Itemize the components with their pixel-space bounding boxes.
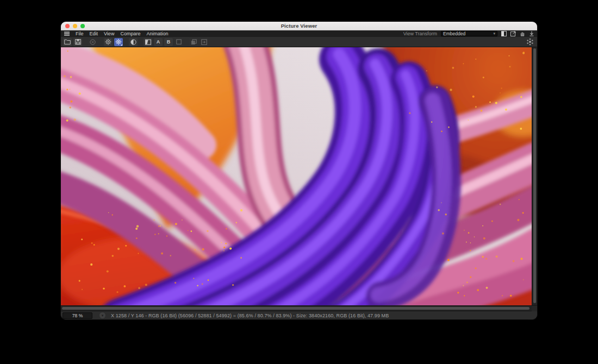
save-image-button[interactable] (73, 38, 82, 46)
abstract-render-artwork (61, 47, 532, 305)
filter-settings-button[interactable] (104, 38, 113, 46)
open-file-button[interactable] (63, 38, 72, 46)
copy-image-button (189, 38, 198, 46)
view-transform-label: View Transform (403, 31, 437, 36)
vertical-scrollbar[interactable] (532, 47, 537, 305)
gear-x-icon (105, 39, 111, 45)
compare-ab-button[interactable] (144, 38, 152, 46)
stop-render-button (88, 38, 97, 46)
square-arrow-icon (201, 39, 207, 45)
menubar: File Edit View Compare Animation View Tr… (61, 30, 537, 37)
folder-icon (64, 39, 71, 45)
set-a-button[interactable]: A (154, 38, 163, 46)
close-circle-icon (90, 39, 96, 45)
window-title: Picture Viewer (61, 23, 537, 29)
split-compare-icon[interactable] (501, 31, 507, 36)
render-queue-atom-icon[interactable] (526, 38, 534, 46)
detach-window-icon[interactable] (510, 31, 516, 36)
view-transform-dropdown[interactable]: Embedded ▾ (441, 31, 497, 36)
pixel-info-text: X 1258 / Y 146 - RGB (16 Bit) (56096 / 5… (111, 313, 389, 318)
viewport (61, 47, 537, 305)
move-image-button (200, 38, 208, 46)
b-label: B (167, 39, 171, 45)
zoom-level-input[interactable]: 78 % (63, 312, 92, 319)
menu-file[interactable]: File (76, 31, 84, 36)
chevron-down-icon: ▾ (493, 32, 495, 36)
copy-layers-icon (191, 39, 197, 45)
compare-contrast-button[interactable] (129, 38, 138, 46)
menu-view[interactable]: View (104, 31, 114, 36)
zoom-dropdown-button[interactable]: ▾ (99, 312, 105, 318)
ab-split-icon (145, 39, 151, 45)
floppy-disk-icon (75, 39, 81, 45)
statusbar: 78 % ▾ X 1258 / Y 146 - RGB (16 Bit) (56… (61, 311, 537, 319)
filter-button[interactable] (114, 38, 123, 46)
menu-compare[interactable]: Compare (120, 31, 140, 36)
view-transform-value: Embedded (443, 31, 465, 36)
menu-edit[interactable]: Edit (90, 31, 98, 36)
horizontal-scrollbar-thumb[interactable] (62, 307, 530, 310)
square-icon (176, 39, 182, 45)
desktop-background: Picture Viewer File Edit View Compare An… (0, 0, 598, 364)
titlebar[interactable]: Picture Viewer (61, 22, 537, 30)
scrollbar-corner (532, 306, 537, 311)
hamburger-menu-icon[interactable] (64, 32, 70, 36)
set-b-button[interactable]: B (164, 38, 173, 46)
contrast-circle-icon (130, 39, 136, 45)
toolbar: A B (61, 37, 537, 47)
rendered-image[interactable] (61, 47, 532, 305)
menu-animation[interactable]: Animation (146, 31, 168, 36)
horizontal-scrollbar[interactable] (61, 306, 532, 311)
picture-viewer-window: Picture Viewer File Edit View Compare An… (61, 22, 537, 319)
vertical-scrollbar-thumb[interactable] (533, 48, 536, 303)
download-icon[interactable] (529, 31, 534, 36)
frame-button (175, 38, 183, 46)
a-label: A (157, 39, 160, 45)
dropdown-corner-indicator (121, 44, 122, 46)
pan-hand-icon[interactable] (520, 31, 525, 36)
